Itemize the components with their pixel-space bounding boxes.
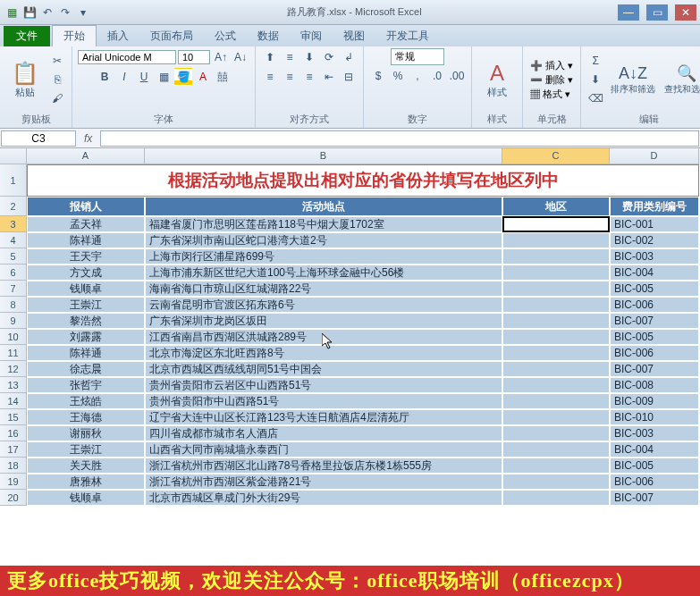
cell-reporter[interactable]: 孟天祥 [27, 216, 145, 232]
row-header[interactable]: 18 [0, 457, 27, 474]
align-mid-icon[interactable]: ≡ [281, 48, 299, 66]
redo-icon[interactable]: ↷ [57, 4, 73, 21]
row-header[interactable]: 12 [0, 361, 27, 377]
row-header-1[interactable]: 1 [0, 164, 27, 197]
row-header[interactable]: 11 [0, 345, 27, 361]
tab-data[interactable]: 数据 [247, 26, 290, 46]
cell-code[interactable]: BIC-007 [610, 490, 699, 506]
cell-code[interactable]: BIC-010 [610, 409, 699, 425]
cell-reporter[interactable]: 王崇江 [27, 441, 145, 457]
cell-location[interactable]: 上海市浦东新区世纪大道100号上海环球金融中心56楼 [145, 264, 502, 281]
col-header-B[interactable]: B [145, 148, 502, 164]
font-name-select[interactable]: Arial Unicode M [78, 50, 176, 64]
row-header-2[interactable]: 2 [0, 197, 27, 216]
cell-location[interactable]: 浙江省杭州市西湖区紫金港路21号 [145, 474, 502, 490]
format-painter-icon[interactable]: 🖌 [48, 89, 66, 107]
styles-button[interactable]: A 样式 [477, 52, 517, 107]
cell-code[interactable]: BIC-001 [610, 216, 699, 232]
cell-location[interactable]: 北京市西城区西绒线胡同51号中国会 [145, 361, 502, 377]
col-header-A[interactable]: A [27, 148, 145, 164]
cell-location[interactable]: 北京市西城区阜成门外大街29号 [145, 490, 502, 506]
cell-location[interactable]: 贵州省贵阳市中山西路51号 [145, 393, 502, 409]
find-select-button[interactable]: 🔍 查找和选择 [662, 52, 700, 107]
cell-code[interactable]: BIC-005 [610, 281, 699, 297]
cell-reporter[interactable]: 刘露露 [27, 329, 145, 345]
cell-code[interactable]: BIC-005 [610, 329, 699, 345]
underline-button[interactable]: U [135, 68, 153, 86]
cell-location[interactable]: 广东省深圳市龙岗区坂田 [145, 313, 502, 329]
dec-inc-icon[interactable]: .0 [428, 67, 446, 85]
row-header[interactable]: 20 [0, 490, 27, 506]
hdr-code[interactable]: 费用类别编号 [610, 197, 699, 216]
cell-reporter[interactable]: 王崇江 [27, 297, 145, 313]
increase-font-icon[interactable]: A↑ [212, 48, 230, 66]
cell-region[interactable] [502, 281, 610, 297]
cell-reporter[interactable]: 方文成 [27, 264, 145, 281]
cell-location[interactable]: 云南省昆明市官渡区拓东路6号 [145, 297, 502, 313]
cell-region[interactable] [502, 457, 610, 474]
cell-location[interactable]: 四川省成都市城市名人酒店 [145, 425, 502, 441]
align-left-icon[interactable]: ≡ [261, 68, 279, 86]
cell-code[interactable]: BIC-009 [610, 393, 699, 409]
copy-icon[interactable]: ⎘ [48, 71, 66, 88]
hdr-location[interactable]: 活动地点 [145, 197, 502, 216]
tab-home[interactable]: 开始 [52, 25, 97, 46]
dec-dec-icon[interactable]: .00 [448, 67, 466, 85]
cell-region[interactable] [502, 297, 610, 313]
clear-icon[interactable]: ⌫ [586, 89, 604, 107]
row-header[interactable]: 16 [0, 425, 27, 441]
sort-filter-button[interactable]: A↓Z 排序和筛选 [608, 52, 658, 107]
cell-code[interactable]: BIC-005 [610, 457, 699, 474]
cell-region[interactable] [502, 232, 610, 248]
row-header[interactable]: 5 [0, 248, 27, 264]
cell-region[interactable] [502, 329, 610, 345]
cells-format-button[interactable]: ▦ 格式 ▾ [528, 88, 575, 101]
align-top-icon[interactable]: ⬆ [261, 48, 279, 66]
cell-reporter[interactable]: 黎浩然 [27, 313, 145, 329]
cell-code[interactable]: BIC-007 [610, 313, 699, 329]
font-size-select[interactable]: 10 [178, 50, 210, 64]
save-icon[interactable]: 💾 [21, 4, 38, 21]
close-button[interactable]: ✕ [675, 4, 696, 21]
wrap-text-icon[interactable]: ↲ [340, 48, 358, 66]
cell-location[interactable]: 广东省深圳市南山区蛇口港湾大道2号 [145, 232, 502, 248]
cell-region[interactable] [502, 409, 610, 425]
currency-icon[interactable]: $ [369, 67, 387, 85]
row-header[interactable]: 14 [0, 393, 27, 409]
row-header[interactable]: 15 [0, 409, 27, 425]
border-button[interactable]: ▦ [155, 68, 173, 86]
tab-insert[interactable]: 插入 [97, 26, 139, 46]
row-header[interactable]: 3 [0, 216, 27, 232]
cell-reporter[interactable]: 陈祥通 [27, 345, 145, 361]
pinyin-button[interactable]: 囍 [214, 68, 232, 86]
undo-icon[interactable]: ↶ [39, 4, 55, 21]
tab-layout[interactable]: 页面布局 [139, 26, 204, 46]
hdr-region[interactable]: 地区 [502, 197, 610, 216]
cell-reporter[interactable]: 钱顺卓 [27, 281, 145, 297]
decrease-font-icon[interactable]: A↓ [232, 48, 249, 66]
cell-code[interactable]: BIC-004 [610, 264, 699, 281]
number-format-select[interactable]: 常规 [391, 48, 444, 65]
col-header-C[interactable]: C [502, 148, 610, 164]
font-color-button[interactable]: A [194, 68, 212, 86]
cell-code[interactable]: BIC-003 [610, 248, 699, 264]
cell-location[interactable]: 贵州省贵阳市云岩区中山西路51号 [145, 377, 502, 393]
row-header[interactable]: 9 [0, 313, 27, 329]
paste-button[interactable]: 📋 粘贴 [5, 52, 45, 107]
cell-reporter[interactable]: 王炫皓 [27, 393, 145, 409]
align-bot-icon[interactable]: ⬇ [300, 48, 318, 66]
cell-location[interactable]: 辽宁省大连中山区长江路123号大连日航酒店4层清苑厅 [145, 409, 502, 425]
cell-location[interactable]: 山西省大同市南城墙永泰西门 [145, 441, 502, 457]
hdr-reporter[interactable]: 报销人 [27, 197, 145, 216]
cell-code[interactable]: BIC-006 [610, 297, 699, 313]
minimize-button[interactable]: — [618, 4, 639, 21]
indent-dec-icon[interactable]: ⇤ [320, 68, 338, 86]
formula-input[interactable] [100, 130, 699, 147]
cell-region[interactable] [502, 313, 610, 329]
col-header-D[interactable]: D [610, 148, 699, 164]
cell-reporter[interactable]: 唐雅林 [27, 474, 145, 490]
orientation-icon[interactable]: ⟳ [320, 48, 338, 66]
cell-location[interactable]: 浙江省杭州市西湖区北山路78号香格里拉饭店东楼1栋555房 [145, 457, 502, 474]
cell-reporter[interactable]: 陈祥通 [27, 232, 145, 248]
cell-code[interactable]: BIC-003 [610, 425, 699, 441]
